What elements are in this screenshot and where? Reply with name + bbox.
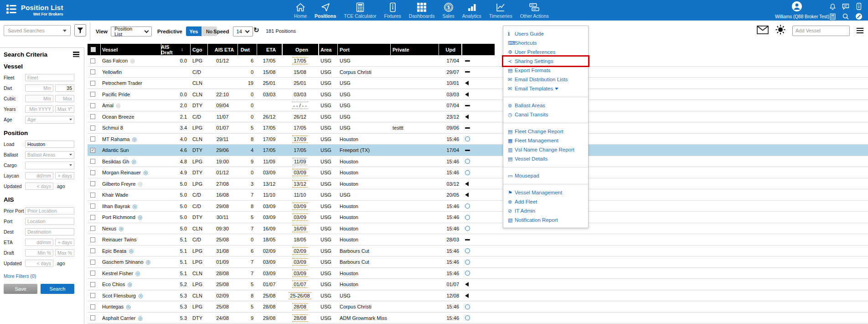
table-row[interactable]: Gilberto Freyre◎5.0LPG27/08313/1213/12US… <box>88 178 868 190</box>
table-row[interactable]: Besiktas Gh◎4.8LPG19:00911/0911/09USGHou… <box>88 156 868 167</box>
fixtures-icon[interactable] <box>855 3 863 10</box>
menu-item-users-guide[interactable]: ℹUsers Guide <box>503 29 588 38</box>
search-criteria-menu-icon[interactable] <box>73 51 79 58</box>
column-header-cgo[interactable]: Cgo <box>192 44 207 55</box>
email-envelope-icon[interactable] <box>757 26 769 36</box>
draft-input[interactable] <box>25 249 53 256</box>
row-checkbox[interactable] <box>90 114 95 119</box>
column-header-area[interactable]: Area <box>320 44 337 55</box>
row-checkbox[interactable] <box>90 125 95 131</box>
menu-item-vessel-details[interactable]: ▤Vessel Details <box>503 154 588 163</box>
dwt-input[interactable] <box>25 84 53 92</box>
dest-input[interactable] <box>25 228 74 235</box>
row-checkbox[interactable] <box>90 215 95 220</box>
table-row[interactable]: Ocean Breeze2.1C/D11/07026/1226/12USGUSG… <box>88 111 868 123</box>
dwt-input[interactable] <box>55 84 74 92</box>
laycan-input[interactable] <box>25 172 53 179</box>
select-all-checkbox[interactable] <box>91 47 96 52</box>
menu-item-fleet-management[interactable]: ▦Fleet Management <box>503 136 588 145</box>
brightness-sun-icon[interactable] <box>775 25 785 37</box>
calculator-icon[interactable] <box>828 13 837 20</box>
row-checkbox[interactable] <box>90 181 95 186</box>
menu-item-vessel-management[interactable]: ⚑Vessel Management <box>503 188 588 197</box>
menu-item-mousepad[interactable]: ▭Mousepad <box>503 171 588 180</box>
ballast-select[interactable]: Ballast Areas <box>25 151 74 159</box>
menu-item-ballast-areas[interactable]: ⊛Ballast Areas <box>503 101 588 110</box>
years-input[interactable] <box>55 105 74 113</box>
speed-select[interactable]: 14 <box>233 26 253 37</box>
row-checkbox[interactable] <box>90 248 95 253</box>
table-row[interactable]: Petrochem TraderCLN1925/0125/01USGUSG10/… <box>88 78 868 89</box>
table-row[interactable]: Reinauer Twins5.1C/D25/08018/0518/05USGH… <box>88 234 868 246</box>
app-logo[interactable]: Position List Wet For Brokers <box>5 3 63 17</box>
column-header-port[interactable]: Port <box>340 44 390 55</box>
row-checkbox[interactable] <box>90 81 95 86</box>
table-row[interactable]: Gaschem Shinano◎5.1LPG01/09703/0903/09US… <box>88 256 868 268</box>
column-header-open[interactable]: Open <box>285 44 318 55</box>
row-checkbox[interactable] <box>90 226 95 231</box>
table-row[interactable]: MT Rahama◎4.0CLN29/11817/0917/09USGHoust… <box>88 134 868 145</box>
row-checkbox[interactable] <box>90 193 95 198</box>
cubic-input[interactable] <box>25 95 53 102</box>
column-header-ais_draft[interactable]: AIS Draft↕ <box>161 44 186 55</box>
add-vessel-input[interactable] <box>792 26 850 36</box>
table-row[interactable]: Pacific Pride0.0CLN22:10003/0303/03USGUS… <box>88 89 868 100</box>
years-input[interactable] <box>25 105 53 113</box>
nav-item-analytics[interactable]: Analytics <box>462 1 481 19</box>
table-row[interactable]: ✓Atlantic Sun4.6DTY29/06417/0517/05USGFr… <box>88 145 868 156</box>
menu-item-export-formats[interactable]: ▤Export Formats <box>503 66 588 75</box>
menu-item-it-admin[interactable]: ⊘IT Admin <box>503 206 588 215</box>
table-row[interactable]: YellowfinC/D015/0815/08USGCorpus Christi… <box>88 67 868 78</box>
table-row[interactable]: Epic Beata◎5.1LPG31/08602/0902/09USGBarb… <box>88 246 868 257</box>
row-checkbox[interactable] <box>90 315 95 320</box>
search-button[interactable]: Search <box>41 284 74 294</box>
user-block[interactable]: Williams (Q88 Broker Test) <box>775 1 818 19</box>
column-header-dwt[interactable]: Dwt <box>238 44 253 55</box>
view-select[interactable]: Position List <box>111 26 152 37</box>
table-row[interactable]: Gas Falcon◎0.0LPG01/12617/0517/05USGUSG1… <box>88 55 868 67</box>
table-row[interactable]: Morgan Reinauer◎4.9DTY01/12003/0903/09US… <box>88 167 868 178</box>
toolbar-menu-icon[interactable] <box>857 26 863 35</box>
saved-searches-select[interactable]: Saved Searches <box>4 25 71 36</box>
cubic-input[interactable] <box>55 95 74 102</box>
column-header-upd[interactable]: Upd <box>439 44 458 55</box>
table-row[interactable]: Port Richmond◎5.0DTY30/11503/0903/09USGH… <box>88 212 868 223</box>
table-row[interactable]: Huntegas◎5.3LPG25/08528/0828/08USGCorpus… <box>88 301 868 313</box>
nav-item-dashboards[interactable]: Dashboards <box>409 1 435 19</box>
table-row[interactable]: Nexus◎5.0CLN09:30716/0916/09USGHouston15… <box>88 223 868 235</box>
row-checkbox[interactable] <box>90 159 95 164</box>
nav-item-sales[interactable]: $Sales <box>442 1 454 19</box>
row-checkbox[interactable]: ✓ <box>90 148 95 153</box>
column-header-eta[interactable]: ETA <box>260 44 282 55</box>
updated-input[interactable] <box>25 183 53 190</box>
menu-item-vsl-name-change-report[interactable]: ▥Vsl Name Change Report <box>503 145 588 154</box>
column-header-private[interactable]: Private <box>393 44 439 55</box>
column-header-ais_eta[interactable]: AIS ETA <box>211 44 238 55</box>
column-header-vessel[interactable]: Vessel <box>102 44 161 55</box>
table-row[interactable]: Ilhan Bayrak◎5.0C/D29/08803/0903/09USGHo… <box>88 201 868 212</box>
notifications-bell-icon[interactable] <box>828 3 837 10</box>
menu-item-sharing-settings[interactable]: ≺Sharing Settings <box>503 57 588 66</box>
fleet-input[interactable] <box>25 74 74 81</box>
row-checkbox[interactable] <box>90 204 95 209</box>
port-input[interactable] <box>25 218 74 225</box>
draft-input[interactable] <box>55 249 74 256</box>
search-icon[interactable] <box>842 13 850 20</box>
refresh-icon[interactable]: ↻ <box>253 26 259 34</box>
row-checkbox[interactable] <box>90 304 95 309</box>
age-select[interactable]: Age <box>25 116 74 124</box>
menu-item-shortcuts[interactable]: ⌨Shortcuts <box>503 38 588 47</box>
nav-item-tce-calculator[interactable]: TCE Calculator <box>344 1 376 19</box>
table-row[interactable]: Amal◎2.0DTY09/040- - / - -USGUSG07/04 <box>88 100 868 111</box>
row-checkbox[interactable] <box>90 69 95 74</box>
menu-item-notification-report[interactable]: ▧Notification Report <box>503 215 588 225</box>
save-button[interactable]: Save <box>4 284 37 294</box>
nav-item-fixtures[interactable]: Fixtures <box>384 1 401 19</box>
table-row[interactable]: Scot Flensburg◎5.3CLN02/09825/0825-26/08… <box>88 290 868 302</box>
row-checkbox[interactable] <box>90 58 95 63</box>
row-checkbox[interactable] <box>90 260 95 265</box>
predictive-yes-button[interactable]: Yes <box>186 26 202 36</box>
row-checkbox[interactable] <box>90 136 95 141</box>
chat-icon[interactable] <box>842 3 850 10</box>
laycan-input[interactable] <box>55 172 74 179</box>
